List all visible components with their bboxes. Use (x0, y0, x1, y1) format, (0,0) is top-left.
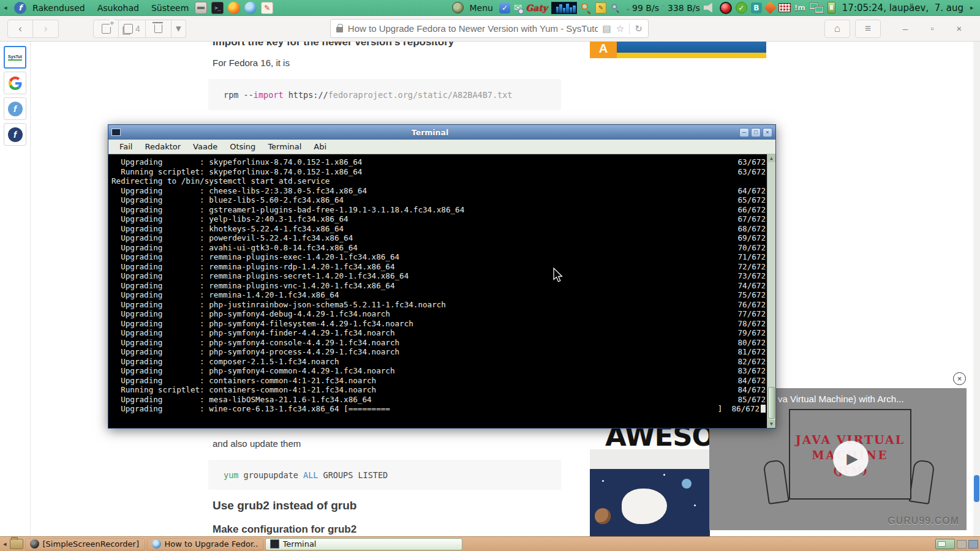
input-method-icon[interactable]: !m (794, 4, 805, 12)
terminal-scrollbar[interactable]: ▲ ▼ (767, 154, 775, 428)
terminal-line-text: Upgrading : khotkeys-5.22.4-1.fc34.x86_6… (111, 224, 344, 234)
file-manager-launcher-icon[interactable] (195, 2, 207, 14)
new-tab-button[interactable] (93, 20, 119, 38)
terminal-menu-item[interactable]: Abi (307, 142, 333, 151)
terminal-line-count: 75/672 (738, 290, 766, 300)
power-plug-icon[interactable] (827, 2, 835, 13)
falkon-launcher-icon[interactable] (244, 2, 257, 14)
url-bar[interactable]: How to Upgrade Fedora to Newer Version w… (330, 19, 649, 38)
taskbar-window-button[interactable]: How to Upgrade Fedor... (147, 538, 263, 550)
terminal-menu-item[interactable]: Terminal (262, 142, 307, 151)
gem-tray-icon[interactable] (764, 1, 777, 14)
page-scrollbar-thumb[interactable] (974, 475, 979, 502)
trash-icon (154, 24, 162, 33)
page-scrollbar[interactable] (973, 42, 980, 536)
sticky-note-icon[interactable]: ✎ (595, 2, 606, 13)
keyboard-layout-icon[interactable] (778, 3, 791, 12)
tabs-button[interactable]: 4 (119, 20, 146, 38)
code-text: https:// (284, 90, 328, 100)
window-close-button[interactable]: × (946, 23, 973, 34)
updates-ok-icon[interactable]: ✓ (736, 2, 747, 13)
panel-menu-system[interactable]: Süsteem (149, 3, 190, 13)
code-url[interactable]: fedoraproject.org/static/A82BA4B7.txt (328, 90, 513, 100)
bluetooth-icon[interactable]: B (751, 2, 762, 13)
sidebar-ad-banner[interactable]: A (590, 42, 766, 58)
home-button[interactable]: ⌂ (824, 20, 850, 38)
panel-menu-places[interactable]: Asukohad (96, 3, 141, 13)
terminal-launcher-icon[interactable]: >_ (211, 2, 224, 14)
reload-icon[interactable]: ↻ (635, 23, 643, 34)
network-monitor[interactable]: ⌄99 B/s ⌃338 B/s (625, 3, 700, 13)
screen-recorder-icon[interactable] (720, 2, 732, 14)
url-text[interactable]: How to Upgrade Fedora to Newer Version w… (348, 23, 598, 34)
bookmark-google[interactable] (4, 72, 26, 94)
video-close-button[interactable]: × (953, 372, 966, 385)
panel-clock[interactable]: 17:05:24, laupäev, 7. aug (840, 2, 966, 13)
aside-illustration[interactable] (590, 449, 710, 536)
terminal-minimize-button[interactable]: ─ (739, 128, 749, 137)
forward-button[interactable]: › (33, 20, 59, 38)
back-button[interactable]: ‹ (7, 20, 33, 38)
terminal-body[interactable]: Upgrading : skypeforlinux-8.74.0.152-1.x… (108, 154, 775, 428)
taskbar-tray-icon-2[interactable] (968, 540, 978, 549)
magnifier-small-icon[interactable] (611, 3, 620, 12)
terminal-line-count: 74/672 (738, 281, 766, 291)
bookmark-fedora-light[interactable]: f (4, 97, 26, 120)
taskbar-window-button[interactable]: [SimpleScreenRecorder] (25, 538, 145, 550)
terminal-line-count: 66/672 (738, 205, 766, 215)
workspace-pager[interactable] (935, 539, 955, 549)
panel-collapse-right-icon[interactable]: ▸ (970, 4, 976, 12)
taskbar-window-label: Terminal (283, 539, 317, 549)
terminal-maximize-button[interactable]: □ (751, 128, 761, 137)
terminal-line-count: 63/672 (738, 157, 766, 167)
scroll-down-icon[interactable]: ▼ (767, 420, 775, 428)
panel-menu-applications[interactable]: Rakendused (31, 3, 87, 13)
terminal-line: Upgrading : remmina-plugins-vnc-1.4.20-1… (111, 281, 766, 291)
search-icon[interactable] (581, 2, 592, 13)
panel-collapse-left-icon[interactable]: ◂ (4, 4, 10, 12)
video-title[interactable]: va Virtual Machine) with Arch... (778, 394, 904, 404)
taskbar-window-button[interactable]: Terminal (265, 538, 462, 550)
terminal-scrollbar-thumb[interactable] (768, 387, 775, 419)
close-tab-button[interactable] (146, 20, 172, 38)
download-arrow-icon: ⌄ (625, 4, 631, 12)
tab-actions-dropdown[interactable]: ▾ (172, 20, 186, 38)
play-button[interactable]: ▶ (833, 441, 869, 476)
reader-mode-icon[interactable]: ▤ (603, 23, 611, 34)
displays-icon[interactable] (809, 2, 824, 13)
fedora-logo-icon[interactable]: f (14, 2, 26, 14)
window-minimize-button[interactable]: – (892, 23, 919, 34)
whisker-menu-icon[interactable] (452, 2, 464, 13)
taskbar-collapse-icon[interactable]: ◂ (2, 540, 8, 548)
terminal-close-button[interactable]: × (763, 128, 772, 137)
mail-clock-icon[interactable]: ✉ (514, 3, 522, 13)
taskbar-folder-icon[interactable] (10, 539, 23, 549)
terminal-line-count: 76/672 (738, 300, 766, 310)
section-heading-grub2-config: Make configuration for grub2 (213, 523, 356, 536)
whisker-menu-label[interactable]: Menu (468, 3, 495, 13)
browser-menu-button[interactable]: ≡ (855, 20, 881, 38)
gatotray-icon[interactable]: Gaty (526, 3, 548, 13)
firefox-launcher-icon[interactable] (228, 2, 240, 14)
terminal-menu-item[interactable]: Vaade (187, 142, 224, 151)
terminal-menu-item[interactable]: Otsing (224, 142, 262, 151)
todo-check-icon[interactable]: ✓ (499, 2, 510, 13)
scroll-up-icon[interactable]: ▲ (767, 154, 775, 162)
terminal-line: Upgrading : composer-2.1.5-1.fc34.noarch… (111, 357, 766, 367)
bookmark-star-icon[interactable]: ☆ (616, 23, 624, 34)
terminal-window[interactable]: Terminal ─ □ × FailRedaktorVaadeOtsingTe… (108, 124, 776, 429)
terminal-line: Running scriptlet: skypeforlinux-8.74.0.… (111, 167, 766, 177)
terminal-menu-item[interactable]: Redaktor (138, 142, 187, 151)
audio-spectrum-icon[interactable] (551, 2, 577, 14)
terminal-line-text: Upgrading : wine-core-6.13-1.fc34.x86_64… (111, 404, 390, 414)
terminal-menu-item[interactable]: Fail (113, 142, 138, 151)
terminal-titlebar[interactable]: Terminal ─ □ × (108, 125, 775, 140)
taskbar-tray-icon-1[interactable] (957, 540, 967, 549)
bookmark-systutorials[interactable]: SysTut (4, 46, 26, 69)
code-keyword: import (254, 90, 284, 100)
window-maximize-button[interactable]: ▫ (919, 23, 946, 34)
volume-icon[interactable] (704, 3, 716, 13)
terminal-line-text: Upgrading : remmina-plugins-secret-1.4.2… (111, 271, 409, 281)
notes-launcher-icon[interactable]: ✎ (261, 2, 273, 14)
bookmark-fedora-dark[interactable]: f (4, 123, 26, 146)
